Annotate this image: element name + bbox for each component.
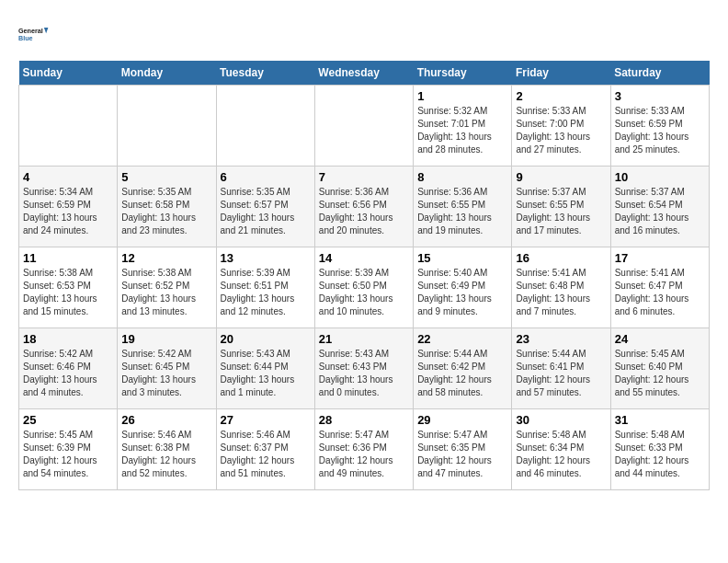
day-number: 18	[23, 332, 113, 346]
day-cell: 16Sunrise: 5:41 AM Sunset: 6:48 PM Dayli…	[512, 247, 610, 328]
day-cell: 3Sunrise: 5:33 AM Sunset: 6:59 PM Daylig…	[610, 86, 709, 167]
day-cell: 6Sunrise: 5:35 AM Sunset: 6:57 PM Daylig…	[216, 167, 314, 247]
day-cell: 27Sunrise: 5:46 AM Sunset: 6:37 PM Dayli…	[216, 409, 314, 490]
column-header-saturday: Saturday	[610, 61, 709, 86]
calendar-table: SundayMondayTuesdayWednesdayThursdayFrid…	[18, 61, 710, 490]
day-cell	[314, 86, 413, 167]
day-cell: 28Sunrise: 5:47 AM Sunset: 6:36 PM Dayli…	[314, 409, 413, 490]
day-number: 19	[121, 332, 211, 346]
day-cell: 1Sunrise: 5:32 AM Sunset: 7:01 PM Daylig…	[414, 86, 512, 167]
column-header-sunday: Sunday	[19, 61, 118, 86]
day-info: Sunrise: 5:37 AM Sunset: 6:54 PM Dayligh…	[615, 186, 705, 237]
day-info: Sunrise: 5:35 AM Sunset: 6:58 PM Dayligh…	[121, 186, 211, 237]
day-info: Sunrise: 5:33 AM Sunset: 6:59 PM Dayligh…	[615, 105, 705, 156]
day-info: Sunrise: 5:47 AM Sunset: 6:36 PM Dayligh…	[319, 429, 409, 480]
day-info: Sunrise: 5:37 AM Sunset: 6:55 PM Dayligh…	[516, 186, 606, 237]
day-cell	[118, 86, 216, 167]
day-cell: 17Sunrise: 5:41 AM Sunset: 6:47 PM Dayli…	[610, 247, 709, 328]
day-number: 13	[221, 251, 311, 265]
day-cell: 5Sunrise: 5:35 AM Sunset: 6:58 PM Daylig…	[118, 167, 216, 247]
day-number: 8	[417, 170, 507, 184]
day-number: 23	[516, 332, 606, 346]
day-number: 4	[23, 170, 113, 184]
day-info: Sunrise: 5:46 AM Sunset: 6:38 PM Dayligh…	[121, 429, 211, 480]
logo: GeneralBlue	[18, 18, 51, 52]
day-info: Sunrise: 5:41 AM Sunset: 6:47 PM Dayligh…	[615, 267, 705, 318]
day-number: 25	[23, 413, 113, 427]
day-number: 28	[319, 413, 409, 427]
day-info: Sunrise: 5:43 AM Sunset: 6:44 PM Dayligh…	[221, 348, 311, 399]
day-number: 3	[615, 89, 705, 103]
week-row-5: 25Sunrise: 5:45 AM Sunset: 6:39 PM Dayli…	[19, 409, 710, 490]
day-cell: 2Sunrise: 5:33 AM Sunset: 7:00 PM Daylig…	[512, 86, 610, 167]
day-cell: 29Sunrise: 5:47 AM Sunset: 6:35 PM Dayli…	[414, 409, 512, 490]
day-number: 20	[221, 332, 311, 346]
day-info: Sunrise: 5:43 AM Sunset: 6:43 PM Dayligh…	[319, 348, 409, 399]
day-number: 6	[221, 170, 311, 184]
day-cell: 26Sunrise: 5:46 AM Sunset: 6:38 PM Dayli…	[118, 409, 216, 490]
day-number: 24	[615, 332, 705, 346]
day-info: Sunrise: 5:44 AM Sunset: 6:42 PM Dayligh…	[417, 348, 507, 399]
day-number: 12	[121, 251, 211, 265]
day-number: 7	[319, 170, 409, 184]
day-number: 30	[516, 413, 606, 427]
day-number: 16	[516, 251, 606, 265]
day-info: Sunrise: 5:42 AM Sunset: 6:46 PM Dayligh…	[23, 348, 113, 399]
day-info: Sunrise: 5:41 AM Sunset: 6:48 PM Dayligh…	[516, 267, 606, 318]
week-row-1: 1Sunrise: 5:32 AM Sunset: 7:01 PM Daylig…	[19, 86, 710, 167]
week-row-3: 11Sunrise: 5:38 AM Sunset: 6:53 PM Dayli…	[19, 247, 710, 328]
day-number: 15	[417, 251, 507, 265]
day-cell: 13Sunrise: 5:39 AM Sunset: 6:51 PM Dayli…	[216, 247, 314, 328]
header-row: SundayMondayTuesdayWednesdayThursdayFrid…	[19, 61, 710, 86]
day-cell: 10Sunrise: 5:37 AM Sunset: 6:54 PM Dayli…	[610, 167, 709, 247]
day-cell: 22Sunrise: 5:44 AM Sunset: 6:42 PM Dayli…	[414, 328, 512, 409]
day-info: Sunrise: 5:39 AM Sunset: 6:50 PM Dayligh…	[319, 267, 409, 318]
logo-icon: GeneralBlue	[18, 18, 51, 52]
day-info: Sunrise: 5:36 AM Sunset: 6:55 PM Dayligh…	[417, 186, 507, 237]
day-cell: 19Sunrise: 5:42 AM Sunset: 6:45 PM Dayli…	[118, 328, 216, 409]
day-info: Sunrise: 5:45 AM Sunset: 6:39 PM Dayligh…	[23, 429, 113, 480]
day-cell: 11Sunrise: 5:38 AM Sunset: 6:53 PM Dayli…	[19, 247, 118, 328]
svg-text:Blue: Blue	[18, 34, 33, 42]
column-header-tuesday: Tuesday	[216, 61, 314, 86]
day-cell: 25Sunrise: 5:45 AM Sunset: 6:39 PM Dayli…	[19, 409, 118, 490]
day-info: Sunrise: 5:46 AM Sunset: 6:37 PM Dayligh…	[221, 429, 311, 480]
day-number: 27	[221, 413, 311, 427]
day-cell: 7Sunrise: 5:36 AM Sunset: 6:56 PM Daylig…	[314, 167, 413, 247]
day-info: Sunrise: 5:47 AM Sunset: 6:35 PM Dayligh…	[417, 429, 507, 480]
day-info: Sunrise: 5:38 AM Sunset: 6:52 PM Dayligh…	[121, 267, 211, 318]
day-number: 14	[319, 251, 409, 265]
day-number: 21	[319, 332, 409, 346]
day-number: 5	[121, 170, 211, 184]
day-cell: 18Sunrise: 5:42 AM Sunset: 6:46 PM Dayli…	[19, 328, 118, 409]
page-header: GeneralBlue	[18, 18, 710, 52]
week-row-2: 4Sunrise: 5:34 AM Sunset: 6:59 PM Daylig…	[19, 167, 710, 247]
day-info: Sunrise: 5:39 AM Sunset: 6:51 PM Dayligh…	[221, 267, 311, 318]
day-cell: 14Sunrise: 5:39 AM Sunset: 6:50 PM Dayli…	[314, 247, 413, 328]
day-cell	[19, 86, 118, 167]
day-number: 9	[516, 170, 606, 184]
day-info: Sunrise: 5:45 AM Sunset: 6:40 PM Dayligh…	[615, 348, 705, 399]
day-number: 31	[615, 413, 705, 427]
day-cell: 15Sunrise: 5:40 AM Sunset: 6:49 PM Dayli…	[414, 247, 512, 328]
day-cell: 31Sunrise: 5:48 AM Sunset: 6:33 PM Dayli…	[610, 409, 709, 490]
day-info: Sunrise: 5:48 AM Sunset: 6:33 PM Dayligh…	[615, 429, 705, 480]
day-info: Sunrise: 5:36 AM Sunset: 6:56 PM Dayligh…	[319, 186, 409, 237]
day-info: Sunrise: 5:38 AM Sunset: 6:53 PM Dayligh…	[23, 267, 113, 318]
day-number: 10	[615, 170, 705, 184]
day-cell: 9Sunrise: 5:37 AM Sunset: 6:55 PM Daylig…	[512, 167, 610, 247]
day-number: 1	[417, 89, 507, 103]
day-cell: 21Sunrise: 5:43 AM Sunset: 6:43 PM Dayli…	[314, 328, 413, 409]
day-info: Sunrise: 5:33 AM Sunset: 7:00 PM Dayligh…	[516, 105, 606, 156]
day-cell: 12Sunrise: 5:38 AM Sunset: 6:52 PM Dayli…	[118, 247, 216, 328]
day-cell: 20Sunrise: 5:43 AM Sunset: 6:44 PM Dayli…	[216, 328, 314, 409]
svg-marker-2	[44, 28, 49, 33]
day-cell: 4Sunrise: 5:34 AM Sunset: 6:59 PM Daylig…	[19, 167, 118, 247]
day-cell	[216, 86, 314, 167]
day-cell: 23Sunrise: 5:44 AM Sunset: 6:41 PM Dayli…	[512, 328, 610, 409]
day-number: 22	[417, 332, 507, 346]
day-info: Sunrise: 5:48 AM Sunset: 6:34 PM Dayligh…	[516, 429, 606, 480]
week-row-4: 18Sunrise: 5:42 AM Sunset: 6:46 PM Dayli…	[19, 328, 710, 409]
day-info: Sunrise: 5:42 AM Sunset: 6:45 PM Dayligh…	[121, 348, 211, 399]
day-number: 11	[23, 251, 113, 265]
